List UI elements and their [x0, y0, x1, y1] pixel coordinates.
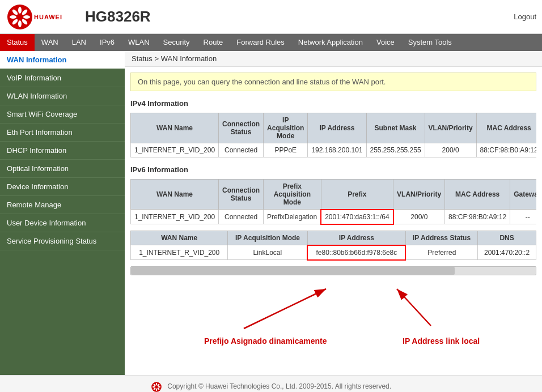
ipv6-addr-col-dns: DNS [478, 231, 536, 245]
ipv4-cell-vlan: 200/0 [425, 143, 476, 157]
nav-system-tools[interactable]: System Tools [401, 34, 459, 51]
ipv4-cell-ip-addr: 192.168.200.101 [308, 143, 366, 157]
sidebar-item-user-device[interactable]: User Device Information [0, 214, 125, 232]
ipv6-addr-cell-ip-addr: fe80::80b6:b66d:f978:6e8c [307, 245, 405, 260]
horizontal-scrollbar[interactable] [130, 266, 536, 275]
header: HUAWEI HG8326R Logout [0, 0, 542, 34]
ipv4-col-vlan: VLAN/Priority [425, 113, 476, 143]
ipv6-addr-cell-wan-name: 1_INTERNET_R_VID_200 [131, 245, 228, 260]
nav-wan[interactable]: WAN [35, 34, 65, 51]
ipv6-col-prefix: Prefix [321, 180, 393, 210]
ipv6-col-wan-name: WAN Name [131, 180, 219, 210]
layout: WAN Information VoIP Information WLAN In… [0, 51, 542, 375]
sidebar-item-optical[interactable]: Optical Information [0, 160, 125, 178]
logo-area: HUAWEI [6, 3, 79, 31]
ipv4-col-ip-mode: IP AcquisitionMode [264, 113, 308, 143]
ipv4-col-subnet: Subnet Mask [366, 113, 425, 143]
ipv4-col-ip-addr: IP Address [308, 113, 366, 143]
nav-route[interactable]: Route [197, 34, 230, 51]
svg-point-3 [23, 15, 30, 19]
ipv6-addr-col-ip-addr: IP Address [307, 231, 405, 245]
annotations-area: Prefijo Asignado dinamicamente IP Addres… [130, 278, 536, 351]
ipv6-addr-col-ip-mode: IP Acquisition Mode [228, 231, 307, 245]
nav-security[interactable]: Security [156, 34, 197, 51]
ipv4-header-row: WAN Name ConnectionStatus IP Acquisition… [131, 113, 537, 143]
main-content: Status > WAN Information On this page, y… [125, 51, 542, 375]
breadcrumb: Status > WAN Information [125, 51, 542, 67]
footer-huawei-logo [151, 381, 162, 392]
ipv6-cell-prefix-mode: PrefixDelegation [264, 210, 321, 224]
ipv4-cell-subnet: 255.255.255.255 [366, 143, 425, 157]
ipv6-col-conn-status: ConnectionStatus [219, 180, 264, 210]
ipv4-col-wan-name: WAN Name [131, 113, 219, 143]
sidebar-item-device[interactable]: Device Information [0, 178, 125, 196]
nav-network-application[interactable]: Network Application [291, 34, 370, 51]
info-note: On this page, you can query the connecti… [130, 73, 536, 91]
ipv6-cell-conn-status: Connected [219, 210, 264, 224]
ipv6-addr-cell-dns: 2001:470:20::2 [478, 245, 536, 260]
svg-point-16 [158, 386, 160, 387]
ipv4-section: IPv4 Information WAN Name ConnectionStat… [130, 97, 536, 157]
svg-point-7 [10, 15, 16, 19]
huawei-logo [6, 3, 34, 31]
nav-lan[interactable]: LAN [65, 34, 93, 51]
ipv6-header-row: WAN Name ConnectionStatus Prefix Acquisi… [131, 180, 537, 210]
ipv6-cell-wan-name: 1_INTERNET_R_VID_200 [131, 210, 219, 224]
nav-status[interactable]: Status [0, 34, 35, 51]
sidebar-item-dhcp[interactable]: DHCP Information [0, 142, 125, 160]
ipv6-addr-header-row: WAN Name IP Acquisition Mode IP Address … [131, 231, 536, 245]
ipv6-col-gateway: Gateway [510, 180, 536, 210]
svg-line-11 [244, 289, 326, 329]
svg-point-18 [156, 388, 157, 391]
ipv6-addr-cell-ip-mode: LinkLocal [228, 245, 307, 260]
ipv6-addr-row-1: 1_INTERNET_R_VID_200 LinkLocal fe80::80b… [131, 245, 536, 260]
footer-text: Copyright © Huawei Technologies Co., Ltd… [167, 382, 391, 390]
sidebar-item-service[interactable]: Service Provisioning Status [0, 232, 125, 250]
nav-ipv6[interactable]: IPv6 [93, 34, 121, 51]
nav-wlan[interactable]: WLAN [121, 34, 156, 51]
ipv6-addr-col-status: IP Address Status [405, 231, 477, 245]
ipv4-row-1: 1_INTERNET_R_VID_200 Connected PPPoE 192… [131, 143, 537, 157]
ipv4-cell-ip-mode: PPPoE [264, 143, 308, 157]
ipv6-addr-col-wan-name: WAN Name [131, 231, 228, 245]
svg-point-5 [18, 20, 22, 27]
nav-forward-rules[interactable]: Forward Rules [230, 34, 291, 51]
ipv4-cell-wan-name: 1_INTERNET_R_VID_200 [131, 143, 219, 157]
nav-voice[interactable]: Voice [370, 34, 401, 51]
ipv6-col-mac: MAC Address [445, 180, 510, 210]
sidebar-item-smart-wifi[interactable]: Smart WiFi Coverage [0, 105, 125, 123]
ipv6-col-vlan: VLAN/Priority [393, 180, 445, 210]
ipv4-col-mac: MAC Address [476, 113, 536, 143]
navbar: Status WAN LAN IPv6 WLAN Security Route … [0, 34, 542, 51]
svg-point-14 [156, 383, 157, 386]
sidebar-item-voip[interactable]: VoIP Information [0, 69, 125, 87]
ipv6-addr-cell-status: Preferred [405, 245, 477, 260]
ipv6-cell-prefix: 2001:470:da63:1::/64 [321, 210, 393, 224]
ipv4-title: IPv4 Information [130, 97, 536, 110]
ipv6-section: IPv6 Information WAN Name ConnectionStat… [130, 163, 536, 225]
sidebar-item-wan[interactable]: WAN Information [0, 51, 125, 69]
device-name: HG8326R [85, 8, 151, 25]
svg-point-20 [153, 386, 155, 387]
ipv6-cell-mac: 88:CF:98:B0:A9:12 [445, 210, 510, 224]
footer: Copyright © Huawei Technologies Co., Ltd… [0, 375, 542, 392]
huawei-brand: HUAWEI [34, 14, 62, 20]
annotation-ip-label: IP Address link local [403, 336, 480, 346]
svg-line-12 [397, 289, 431, 326]
logout-area: Logout [514, 12, 536, 21]
logout-button[interactable]: Logout [514, 12, 536, 21]
ipv6-cell-vlan: 200/0 [393, 210, 445, 224]
ipv4-table: WAN Name ConnectionStatus IP Acquisition… [130, 113, 536, 157]
ipv4-col-conn-status: ConnectionStatus [219, 113, 264, 143]
sidebar-item-remote[interactable]: Remote Manage [0, 196, 125, 214]
annotation-prefix-label: Prefijo Asignado dinamicamente [204, 336, 327, 346]
sidebar-item-eth-port[interactable]: Eth Port Information [0, 123, 125, 142]
svg-point-1 [18, 7, 22, 14]
ipv6-col-prefix-mode: Prefix AcquisitionMode [264, 180, 321, 210]
sidebar-item-wlan[interactable]: WLAN Information [0, 87, 125, 105]
ipv6-table: WAN Name ConnectionStatus Prefix Acquisi… [130, 179, 536, 225]
sidebar: WAN Information VoIP Information WLAN In… [0, 51, 125, 375]
ipv6-cell-gateway: -- [510, 210, 536, 224]
ipv6-addr-table: WAN Name IP Acquisition Mode IP Address … [130, 231, 536, 261]
ipv4-cell-conn-status: Connected [219, 143, 264, 157]
